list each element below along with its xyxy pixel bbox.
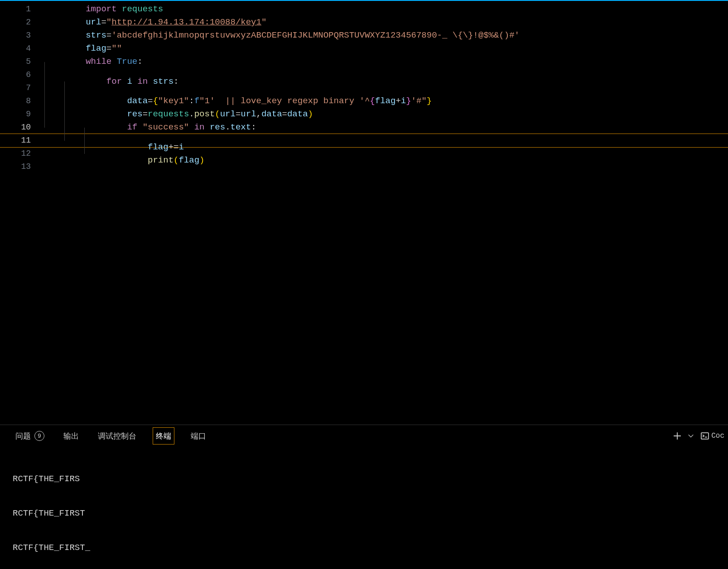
tab-problems[interactable]: 问题 9 — [13, 428, 47, 444]
chevron-down-icon[interactable] — [688, 433, 694, 439]
indent-guide — [64, 128, 65, 141]
terminal-profile-icon[interactable]: Coc — [700, 431, 724, 440]
paren: ( — [174, 155, 178, 165]
new-terminal-icon[interactable] — [673, 432, 681, 440]
punctuation: , — [256, 109, 261, 119]
tab-label: 终端 — [156, 431, 171, 441]
paren: ) — [308, 109, 313, 119]
bottom-panel: 问题 9 输出 调试控制台 终端 端口 Coc RC — [0, 425, 728, 568]
terminal-profile-label: Coc — [711, 432, 724, 440]
variable: res — [210, 122, 225, 132]
tab-output[interactable]: 输出 — [61, 428, 82, 444]
terminal-output[interactable]: RCTF{THE_FIRS RCTF{THE_FIRST RCTF{THE_FI… — [0, 447, 728, 569]
brace: } — [427, 96, 432, 106]
line-number: 8 — [0, 95, 44, 108]
kwarg: data — [261, 109, 282, 119]
variable: i — [401, 96, 406, 106]
line-number: 10 — [0, 121, 44, 134]
line-number: 2 — [0, 16, 44, 29]
brace: { — [370, 96, 375, 106]
problems-count-badge: 9 — [34, 431, 44, 441]
panel-right-controls: Coc — [673, 431, 728, 440]
brace: } — [406, 96, 411, 106]
line-number: 4 — [0, 42, 44, 55]
terminal-line: RCTF{THE_FIRST — [13, 508, 715, 519]
line-number: 7 — [0, 81, 44, 95]
indent-guide — [44, 115, 45, 128]
tab-label: 问题 — [15, 431, 31, 441]
operator: = — [282, 109, 287, 119]
line-number: 6 — [0, 68, 44, 81]
variable: flag — [375, 96, 396, 106]
code-line-active[interactable]: 11 print(flag) — [0, 134, 728, 148]
string: 'abcdefghijklmnopqrstuvwxyzABCDEFGHIJKLM… — [111, 30, 520, 40]
string: '#" — [411, 96, 427, 106]
svg-rect-0 — [701, 433, 709, 439]
tab-debug-console[interactable]: 调试控制台 — [95, 428, 139, 444]
attribute: text — [231, 122, 251, 132]
punctuation: : — [251, 122, 256, 132]
tab-label: 输出 — [63, 431, 79, 441]
terminal-line: RCTF{THE_FIRS — [13, 473, 715, 485]
terminal-line: RCTF{THE_FIRST_ — [13, 542, 715, 554]
function: print — [148, 155, 174, 165]
line-number: 9 — [0, 108, 44, 121]
line-number: 1 — [0, 3, 44, 16]
operator: + — [395, 96, 400, 106]
variable: data — [287, 109, 308, 119]
paren: ) — [199, 155, 204, 165]
line-number: 12 — [0, 147, 44, 160]
tab-label: 端口 — [191, 431, 206, 441]
panel-tabbar: 问题 9 输出 调试控制台 终端 端口 Coc — [0, 425, 728, 447]
tab-terminal[interactable]: 终端 — [153, 427, 174, 445]
tab-ports[interactable]: 端口 — [188, 428, 209, 444]
code-area[interactable]: 1 import requests 2 url="http://1.94.13.… — [0, 1, 728, 173]
indent-guide — [84, 141, 85, 154]
tab-label: 调试控制台 — [98, 431, 136, 441]
punctuation: . — [225, 122, 230, 132]
line-number: 13 — [0, 160, 44, 173]
line-number: 3 — [0, 29, 44, 42]
variable: flag — [178, 155, 199, 165]
editor-area[interactable]: 1 import requests 2 url="http://1.94.13.… — [0, 0, 728, 425]
line-number: 5 — [0, 55, 44, 68]
line-number: 11 — [0, 134, 44, 147]
